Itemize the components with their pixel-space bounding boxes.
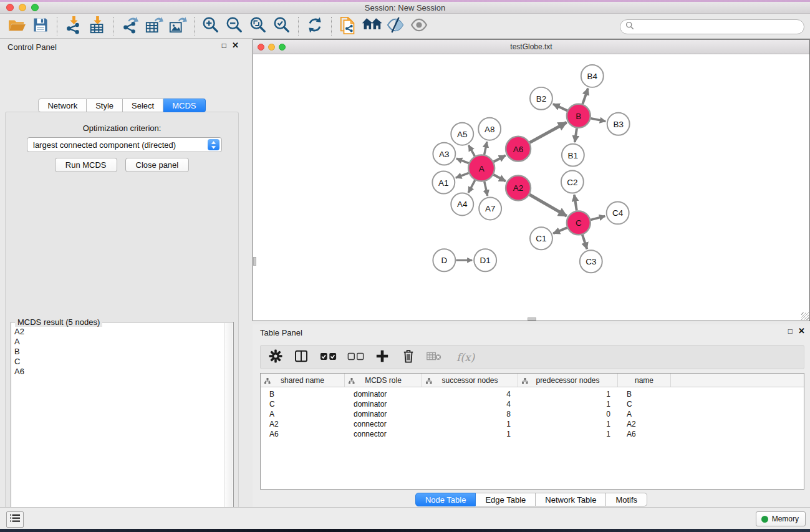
cell-MCDS-role[interactable]: dominator bbox=[345, 389, 422, 399]
split-view-button[interactable] bbox=[288, 347, 314, 368]
cell-name[interactable]: B bbox=[618, 389, 671, 399]
node-A3[interactable]: A3 bbox=[433, 143, 455, 165]
task-history-button[interactable] bbox=[6, 511, 24, 528]
edge-A-A1[interactable] bbox=[456, 173, 469, 178]
cell-predecessor-nodes[interactable]: 1 bbox=[518, 419, 618, 429]
node-A7[interactable]: A7 bbox=[479, 197, 501, 220]
open-session-button[interactable] bbox=[5, 16, 29, 37]
edge-C-C3[interactable] bbox=[582, 235, 587, 249]
edge-A2-C[interactable] bbox=[529, 195, 567, 216]
network-graph[interactable]: B4B2BB3A8A5A6A3B1AA1C2A2A4A7C4CC1C3DD1 bbox=[253, 54, 809, 321]
result-item[interactable]: A2 bbox=[12, 327, 224, 337]
edge-A-A5[interactable] bbox=[469, 145, 475, 156]
network-canvas[interactable]: B4B2BB3A8A5A6A3B1AA1C2A2A4A7C4CC1C3DD1 bbox=[253, 54, 809, 321]
tab-select[interactable]: Select bbox=[123, 99, 163, 112]
cell-predecessor-nodes[interactable]: 1 bbox=[518, 399, 618, 409]
export-network-button[interactable] bbox=[118, 16, 142, 37]
table-row[interactable]: Cdominator41C bbox=[261, 399, 804, 409]
node-A6[interactable]: A6 bbox=[506, 137, 531, 162]
cell-MCDS-role[interactable]: dominator bbox=[345, 409, 422, 419]
close-panel-icon[interactable]: ✕ bbox=[798, 327, 805, 335]
tab-style[interactable]: Style bbox=[87, 99, 123, 112]
node-B1[interactable]: B1 bbox=[562, 144, 584, 167]
edge-A-A2[interactable] bbox=[493, 175, 505, 181]
cell-MCDS-role[interactable]: dominator bbox=[345, 399, 422, 409]
float-panel-icon[interactable]: □ bbox=[788, 327, 793, 335]
cell-successor-nodes[interactable]: 1 bbox=[422, 419, 518, 429]
edge-A-A6[interactable] bbox=[494, 155, 506, 162]
cell-shared-name[interactable]: C bbox=[261, 399, 345, 409]
node-B3[interactable]: B3 bbox=[607, 113, 630, 135]
cell-predecessor-nodes[interactable]: 1 bbox=[518, 389, 618, 399]
close-panel-icon[interactable]: ✕ bbox=[232, 41, 239, 49]
export-image-button[interactable] bbox=[166, 16, 190, 37]
network-from-file-button[interactable] bbox=[336, 16, 360, 37]
cell-MCDS-role[interactable]: connector bbox=[345, 419, 422, 429]
edge-A-A8[interactable] bbox=[485, 142, 487, 155]
zoom-fit-button[interactable] bbox=[246, 16, 270, 37]
network-window-titlebar[interactable]: testGlobe.txt bbox=[253, 40, 809, 54]
table-row[interactable]: Adominator80A bbox=[261, 409, 804, 419]
bottom-scroll-mark[interactable] bbox=[528, 317, 536, 321]
criterion-select[interactable]: largest connected component (directed) bbox=[27, 137, 222, 152]
add-column-button[interactable] bbox=[369, 347, 395, 368]
function-builder-button[interactable]: f(x) bbox=[446, 347, 475, 368]
edge-C-C4[interactable] bbox=[591, 216, 605, 220]
cell-predecessor-nodes[interactable]: 0 bbox=[518, 409, 618, 419]
cell-successor-nodes[interactable]: 4 bbox=[422, 399, 518, 409]
column-header-shared-name[interactable]: shared name bbox=[261, 374, 345, 387]
cell-predecessor-nodes[interactable]: 1 bbox=[518, 429, 618, 439]
result-item[interactable]: C bbox=[12, 357, 224, 367]
edge-A6-B[interactable] bbox=[529, 122, 566, 142]
column-settings-button[interactable] bbox=[263, 347, 288, 368]
toggle-details-button[interactable] bbox=[383, 16, 407, 37]
cell-shared-name[interactable]: A bbox=[261, 409, 345, 419]
import-network-button[interactable] bbox=[62, 16, 85, 37]
column-header-MCDS-role[interactable]: MCDS role bbox=[345, 374, 422, 387]
edge-B-B2[interactable] bbox=[553, 104, 567, 111]
column-header-name[interactable]: name bbox=[618, 374, 671, 387]
tab-motifs[interactable]: Motifs bbox=[606, 493, 647, 506]
node-A5[interactable]: A5 bbox=[451, 123, 473, 145]
cell-name[interactable]: A bbox=[618, 409, 671, 419]
cell-shared-name[interactable]: A6 bbox=[261, 429, 345, 439]
node-C[interactable]: C bbox=[567, 211, 591, 235]
cell-successor-nodes[interactable]: 4 bbox=[422, 389, 518, 399]
node-A8[interactable]: A8 bbox=[478, 118, 501, 140]
node-B[interactable]: B bbox=[567, 104, 591, 128]
tab-network[interactable]: Network bbox=[38, 99, 87, 112]
search-box[interactable] bbox=[620, 19, 804, 34]
node-B4[interactable]: B4 bbox=[581, 65, 604, 87]
show-hide-button[interactable] bbox=[407, 16, 431, 37]
cell-name[interactable]: C bbox=[618, 399, 671, 409]
node-C4[interactable]: C4 bbox=[607, 201, 629, 224]
left-scroll-mark[interactable] bbox=[253, 257, 256, 266]
edge-A-A4[interactable] bbox=[468, 180, 475, 193]
edge-C-C2[interactable] bbox=[574, 195, 577, 210]
edge-B-B3[interactable] bbox=[591, 118, 605, 122]
table-row[interactable]: A6connector11A6 bbox=[261, 429, 804, 439]
node-A4[interactable]: A4 bbox=[451, 193, 473, 215]
tab-mcds[interactable]: MCDS bbox=[163, 99, 205, 112]
refresh-button[interactable] bbox=[303, 16, 327, 37]
table-row[interactable]: Bdominator41B bbox=[261, 389, 804, 399]
cell-name[interactable]: A6 bbox=[618, 429, 671, 439]
edge-B-B1[interactable] bbox=[575, 128, 577, 142]
delete-column-button[interactable] bbox=[395, 347, 422, 368]
cell-successor-nodes[interactable]: 1 bbox=[422, 429, 518, 439]
search-input[interactable] bbox=[637, 22, 804, 31]
import-table-button[interactable] bbox=[85, 16, 109, 37]
edge-A-A3[interactable] bbox=[456, 158, 469, 163]
node-A2[interactable]: A2 bbox=[506, 176, 531, 201]
delete-table-button[interactable] bbox=[422, 347, 446, 368]
zoom-in-button[interactable] bbox=[199, 16, 223, 37]
deselect-all-button[interactable] bbox=[342, 347, 369, 368]
save-session-button[interactable] bbox=[29, 16, 52, 37]
cell-successor-nodes[interactable]: 8 bbox=[422, 409, 518, 419]
node-C1[interactable]: C1 bbox=[530, 227, 552, 249]
browser-home-button[interactable] bbox=[360, 16, 383, 37]
result-item[interactable]: A bbox=[12, 337, 224, 347]
edge-B-B4[interactable] bbox=[582, 89, 588, 104]
tab-edge-table[interactable]: Edge Table bbox=[476, 493, 536, 506]
node-C2[interactable]: C2 bbox=[561, 171, 584, 193]
